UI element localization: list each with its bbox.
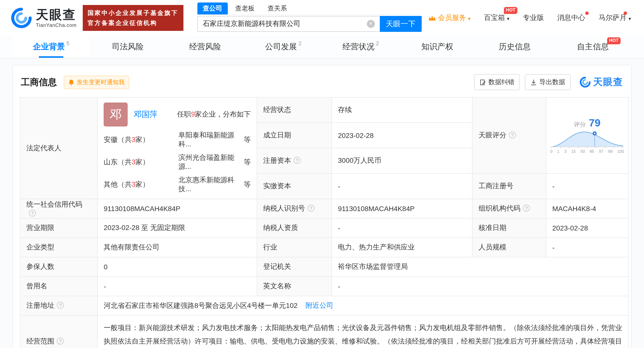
tab-count: 2 <box>376 40 379 46</box>
watermark-logo-text: 天眼查 <box>593 76 623 89</box>
address-text: 河北省石家庄市裕华区建强路8号聚合远见小区4号楼一单元102 <box>104 301 298 309</box>
field-label-industry: 行业 <box>257 238 332 257</box>
search-input-wrap: × <box>198 16 380 32</box>
field-value-reg-status: 存续 <box>332 97 472 123</box>
legal-rep-name-link[interactable]: 邓国萍 <box>134 109 158 120</box>
clear-icon[interactable]: × <box>367 20 375 28</box>
tenure-distribution-row: 山东（共3家） 滨州光合瑞盈新能源... 等 <box>104 153 251 171</box>
crown-icon <box>428 15 436 21</box>
score-curve-chart <box>550 129 624 149</box>
search-input[interactable] <box>198 20 367 28</box>
search-area: 查公司 查老板 查关系 × 天眼一下 <box>198 4 422 32</box>
help-icon[interactable] <box>308 205 314 212</box>
nav-professional-label: 专业版 <box>523 13 544 22</box>
tab-label: 企业背景 <box>33 42 65 52</box>
tianyancha-logo[interactable]: 天眼查 TianYanCha.com <box>11 7 77 28</box>
tenure-more-link[interactable]: 等 <box>244 158 251 167</box>
field-label-registry: 登记机关 <box>257 257 332 277</box>
legal-rep-tenure: 任职9家企业，分布如下 <box>177 110 251 119</box>
page: 天眼查 TianYanCha.com 国家中小企业发展子基金旗下 官方备案企业征… <box>0 0 644 348</box>
download-icon <box>530 79 537 85</box>
chevron-down-icon: ▾ <box>507 16 510 21</box>
search-tabs: 查公司 查老板 查关系 <box>198 4 422 15</box>
tab-company-background[interactable]: 企业背景5 <box>12 36 90 58</box>
notification-dot <box>585 11 589 15</box>
help-icon[interactable] <box>57 338 64 345</box>
field-value-reg-no: - <box>546 174 628 199</box>
certification-line1: 国家中小企业发展子基金旗下 <box>88 8 178 18</box>
field-label-insured: 参保人数 <box>20 257 98 277</box>
tenure-more-link[interactable]: 等 <box>244 135 251 144</box>
field-value-industry: 电力、热力生产和供应业 <box>332 238 472 257</box>
certification-badge: 国家中小企业发展子基金旗下 官方备案企业征信机构 <box>83 5 184 31</box>
change-notify-label: 发生变更时通知我 <box>77 78 124 86</box>
legal-rep-avatar[interactable]: 邓 <box>104 103 128 127</box>
tab-label: 知识产权 <box>422 42 453 52</box>
export-data-button[interactable]: 导出数据 <box>525 74 571 90</box>
business-info-card: 工商信息 发生变更时通知我 数据纠错 <box>12 65 632 348</box>
tab-count: 2 <box>298 40 302 46</box>
help-icon[interactable] <box>523 205 530 212</box>
data-correction-button[interactable]: 数据纠错 <box>474 74 520 90</box>
tab-self-info[interactable]: 自主信息 HOT <box>554 36 632 58</box>
nav-message-center[interactable]: 消息中心 <box>557 13 585 22</box>
nav-user-account[interactable]: 马尔萨月 ▾ <box>599 13 631 22</box>
chevron-down-icon: ▾ <box>468 16 470 21</box>
logo-title: 天眼查 <box>36 8 77 22</box>
tab-operation-risk[interactable]: 经营风险 <box>167 36 245 58</box>
help-icon[interactable] <box>57 302 64 309</box>
field-label-taxpayer-quality: 纳税人资质 <box>257 218 332 238</box>
search-button[interactable]: 天眼一下 <box>380 16 422 32</box>
card-header: 工商信息 发生变更时通知我 数据纠错 <box>21 74 623 90</box>
page-body: 工商信息 发生变更时通知我 数据纠错 <box>0 58 644 348</box>
tab-operating-status[interactable]: 经营状况2 <box>322 36 400 58</box>
tab-history-info[interactable]: 历史信息 <box>477 36 554 58</box>
field-value-scope: 一般项目：新兴能源技术研发；风力发电技术服务；太阳能热发电产品销售；光伏设备及元… <box>98 315 628 348</box>
nearby-companies-link[interactable]: 附近公司 <box>306 301 334 309</box>
score-axis-labels: 01 315 5085 9799 100 <box>550 149 624 154</box>
tab-label: 自主信息 <box>577 42 609 52</box>
field-label-uscc: 统一社会信用代码 <box>20 199 98 218</box>
bell-icon <box>68 79 74 85</box>
tab-judicial-risk[interactable]: 司法风险 <box>90 36 168 58</box>
field-label-reg-capital: 注册资本 <box>257 148 332 174</box>
chevron-down-icon: ▾ <box>628 16 631 21</box>
nav-member-services[interactable]: 会员服务 ▾ <box>428 13 470 22</box>
field-label-former-name: 曾用名 <box>20 277 98 296</box>
hot-badge: HOT <box>607 37 620 44</box>
nav-toolbox[interactable]: 百宝箱 ▾ HOT <box>484 13 510 22</box>
help-icon[interactable] <box>509 131 516 138</box>
tab-label: 司法风险 <box>112 42 144 52</box>
score-caption: 评分 <box>574 121 586 129</box>
tab-intellectual-property[interactable]: 知识产权 <box>400 36 477 58</box>
export-data-label: 导出数据 <box>539 78 565 87</box>
field-label-term: 营业期限 <box>20 218 98 238</box>
tab-label: 公司发展 <box>265 42 297 52</box>
help-icon[interactable] <box>294 157 300 164</box>
hot-badge: HOT <box>504 7 518 14</box>
tenure-company[interactable]: 阜阳泰和瑞新能源科... <box>178 131 244 149</box>
tab-label: 历史信息 <box>499 42 530 52</box>
tenure-more-link[interactable]: 等 <box>244 180 251 189</box>
field-value-paid-capital: - <box>332 174 472 199</box>
score-chart: 评分 79 <box>549 117 625 154</box>
tenure-company[interactable]: 北京惠禾新能源科技... <box>178 176 244 194</box>
tab-company-development[interactable]: 公司发展2 <box>245 36 322 58</box>
business-info-table: 法定代表人 邓 邓国萍 任职9家企业，分布如下 安徽（ <box>20 97 628 348</box>
field-label-tianyan-score: 天眼评分 <box>472 97 546 174</box>
search-tab-relation[interactable]: 查关系 <box>262 2 292 14</box>
field-label-approval-date: 核准日期 <box>472 218 546 238</box>
help-icon[interactable] <box>29 210 36 217</box>
logo-domain: TianYanCha.com <box>36 23 77 28</box>
search-tab-boss[interactable]: 查老板 <box>230 2 260 14</box>
search-tab-company[interactable]: 查公司 <box>198 2 228 14</box>
legal-rep-cell: 邓 邓国萍 任职9家企业，分布如下 安徽（共3家） 阜阳泰和瑞新能源科... 等 <box>98 97 257 199</box>
change-notify-button[interactable]: 发生变更时通知我 <box>64 75 129 89</box>
field-label-english-name: 英文名称 <box>257 277 332 296</box>
nav-professional[interactable]: 专业版 <box>523 13 544 22</box>
field-value-reg-capital: 3000万人民币 <box>332 148 472 174</box>
field-label-org-code: 组织机构代码 <box>472 199 546 218</box>
search-box: × 天眼一下 <box>198 16 422 32</box>
tenure-company[interactable]: 滨州光合瑞盈新能源... <box>178 153 244 171</box>
field-label-taxpayer-id: 纳税人识别号 <box>257 199 332 218</box>
